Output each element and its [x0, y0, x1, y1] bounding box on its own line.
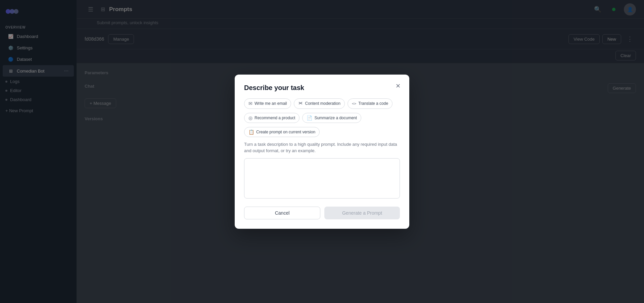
email-icon: ✉ — [248, 101, 252, 106]
generate-prompt-button[interactable]: Generate a Prompt — [324, 207, 400, 219]
close-icon: ✕ — [396, 82, 401, 90]
chip-create-prompt[interactable]: 📋 Create prompt on current version — [244, 127, 320, 137]
modal-overlay[interactable]: Describe your task ✕ ✉ Write me an email… — [0, 0, 644, 303]
chip-write-email[interactable]: ✉ Write me an email — [244, 98, 291, 109]
modal-hint: Turn a task description to a high qualit… — [244, 141, 400, 154]
chip-label: Translate a code — [358, 101, 388, 106]
chip-summarize-document[interactable]: 📄 Summarize a document — [302, 113, 361, 123]
chips-row-3: 📋 Create prompt on current version — [244, 127, 400, 137]
chip-label: Write me an email — [255, 101, 287, 106]
chips-row-2: ◎ Recommend a product 📄 Summarize a docu… — [244, 113, 400, 123]
document-icon: 📄 — [307, 115, 312, 121]
code-icon: <> — [352, 101, 356, 106]
chip-label: Summarize a document — [314, 116, 357, 120]
task-description-input[interactable] — [244, 158, 400, 199]
cancel-button[interactable]: Cancel — [244, 207, 320, 219]
describe-task-modal: Describe your task ✕ ✉ Write me an email… — [235, 75, 409, 229]
modal-title: Describe your task — [244, 84, 400, 92]
chip-translate-code[interactable]: <> Translate a code — [348, 98, 393, 109]
moderation-icon — [298, 101, 303, 106]
create-prompt-icon: 📋 — [248, 129, 254, 135]
chip-content-moderation[interactable]: Content moderation — [294, 98, 344, 109]
chip-label: Recommend a product — [255, 116, 295, 120]
chips-row-1: ✉ Write me an email Content moderation <… — [244, 98, 400, 109]
modal-footer: Cancel Generate a Prompt — [244, 207, 400, 219]
chip-label: Content moderation — [305, 101, 340, 106]
recommend-icon: ◎ — [248, 115, 252, 121]
modal-close-button[interactable]: ✕ — [393, 81, 403, 91]
chip-label: Create prompt on current version — [256, 130, 315, 134]
chip-recommend-product[interactable]: ◎ Recommend a product — [244, 113, 300, 123]
